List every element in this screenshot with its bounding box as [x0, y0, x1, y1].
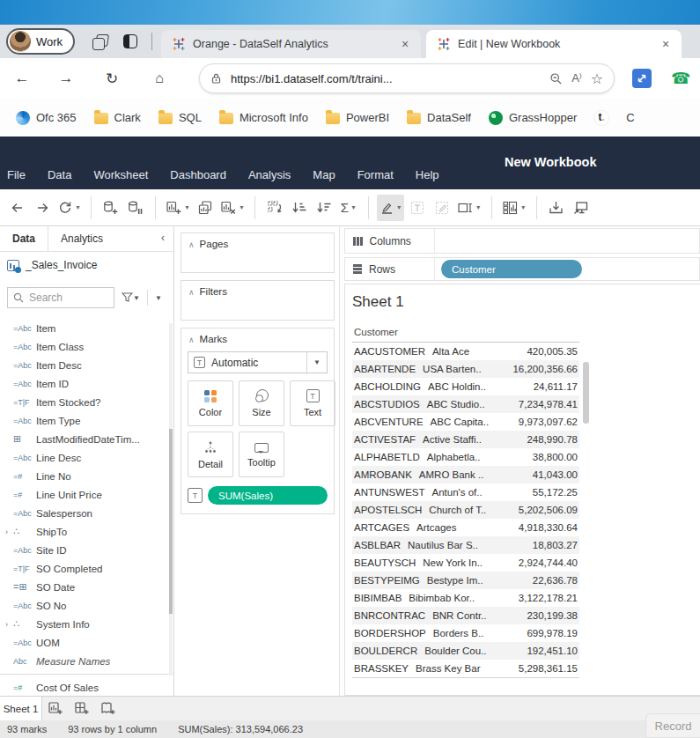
- phone-icon[interactable]: ☎: [671, 69, 690, 88]
- browser-profile-button[interactable]: Work: [6, 28, 75, 55]
- filter-fields-icon[interactable]: ▼: [122, 292, 140, 303]
- detail-button[interactable]: Detail: [188, 432, 233, 477]
- field-cost-of-sales[interactable]: =#Cost Of Sales: [0, 678, 173, 697]
- url-text[interactable]: https://bi1.dataself.com/t/traini...: [231, 72, 541, 85]
- datasource-item[interactable]: _Sales_Invoice: [0, 252, 173, 278]
- rows-shelf[interactable]: Rows Customer: [344, 257, 700, 281]
- tab-close-icon[interactable]: ×: [659, 37, 673, 51]
- table-row[interactable]: ALPHABETLDAlphabetla..38,800.00: [352, 448, 579, 466]
- pause-updates-button[interactable]: [124, 195, 147, 221]
- extension-icon[interactable]: [632, 69, 652, 88]
- table-row[interactable]: ANTUNSWESTAntun's of..55,172.25: [352, 483, 579, 501]
- menu-map[interactable]: Map: [313, 168, 335, 181]
- new-datasource-button[interactable]: [99, 195, 122, 221]
- tab-close-icon[interactable]: ×: [398, 37, 412, 51]
- new-story-icon[interactable]: [95, 697, 122, 720]
- clear-sheet-button[interactable]: ▼: [218, 195, 247, 221]
- undo-button[interactable]: [6, 195, 29, 221]
- totals-button[interactable]: Σ▼: [337, 195, 360, 221]
- field-line-desc[interactable]: =AbcLine Desc: [0, 448, 173, 467]
- table-row[interactable]: ABCHOLDINGABC Holdin..24,611.17: [352, 378, 579, 395]
- collapse-chevron-icon[interactable]: ∧: [188, 336, 195, 344]
- menu-dashboard[interactable]: Dashboard: [170, 168, 226, 181]
- bookmark-dataself[interactable]: DataSelf: [402, 107, 476, 128]
- sum-sales-pill[interactable]: SUM(Sales): [208, 486, 328, 505]
- menu-file[interactable]: File: [7, 168, 26, 181]
- table-row[interactable]: ABCSTUDIOSABC Studio..7,234,978.41: [352, 395, 579, 413]
- collapse-chevron-icon[interactable]: ∧: [188, 240, 195, 249]
- forward-icon[interactable]: →: [51, 70, 81, 87]
- field-line-unit-price[interactable]: =#Line Unit Price: [0, 485, 173, 504]
- field-so-completed[interactable]: =T|FSO Completed: [0, 559, 173, 578]
- table-row[interactable]: BESTYPEIMGBestype Im..22,636.78: [352, 572, 579, 589]
- expand-icon[interactable]: ›: [5, 528, 13, 536]
- bookmark-t-dot[interactable]: t: [589, 107, 614, 129]
- redo-button[interactable]: [31, 195, 54, 221]
- browser-tab-orange[interactable]: Orange - DataSelf Analytics ×: [161, 30, 421, 58]
- chevron-down-icon[interactable]: ▼: [520, 204, 527, 210]
- menu-format[interactable]: Format: [357, 168, 394, 181]
- bookmark-powerbi[interactable]: PowerBI: [321, 107, 394, 128]
- chevron-down-icon[interactable]: ▼: [75, 204, 81, 210]
- chevron-down-icon[interactable]: ▼: [350, 204, 357, 210]
- favorite-star-icon[interactable]: ☆: [591, 70, 603, 87]
- table-row[interactable]: BORDERSHOPBorders B..699,978.19: [352, 624, 579, 642]
- field-shipto[interactable]: ›∴ShipTo: [0, 522, 173, 541]
- field-so-no[interactable]: =AbcSO No: [0, 596, 173, 615]
- field-system-info[interactable]: ›∴System Info: [0, 615, 173, 633]
- color-button[interactable]: Color: [188, 380, 233, 426]
- table-row[interactable]: ARTCAGESArtcages4,918,330.64: [352, 519, 579, 536]
- filters-shelf[interactable]: ∧Filters: [181, 280, 335, 321]
- bookmark-microsoft-info[interactable]: Microsoft Info: [214, 107, 313, 128]
- tooltip-button[interactable]: Tooltip: [239, 432, 284, 477]
- table-row[interactable]: ACTIVESTAFActive Staffi..248,990.78: [352, 431, 579, 448]
- highlight-button[interactable]: ▼: [377, 195, 404, 221]
- table-row[interactable]: APOSTELSCHChurch of T..5,202,506.09: [352, 501, 579, 519]
- mark-type-dropdown[interactable]: T Automatic ▼: [188, 351, 328, 373]
- sort-descending-button[interactable]: [313, 195, 335, 221]
- size-button[interactable]: Size: [239, 380, 284, 426]
- menu-help[interactable]: Help: [416, 168, 439, 181]
- read-aloud-icon[interactable]: A): [571, 71, 581, 85]
- duplicate-sheet-button[interactable]: [194, 195, 217, 221]
- table-scrollbar[interactable]: [583, 362, 589, 424]
- field-lastmodifieddatetim-[interactable]: ⊞LastModifiedDateTim...: [0, 430, 173, 448]
- workspaces-icon[interactable]: [92, 34, 107, 49]
- bookmark-grasshopper[interactable]: GrassHopper: [483, 107, 582, 129]
- columns-shelf[interactable]: Columns: [344, 228, 700, 254]
- table-column-header[interactable]: Customer: [352, 324, 579, 343]
- chevron-down-icon[interactable]: ▼: [475, 204, 482, 210]
- tab-data[interactable]: Data: [0, 226, 48, 251]
- bookmark-sql[interactable]: SQL: [153, 107, 207, 128]
- field-line-no[interactable]: =#Line No: [0, 467, 173, 485]
- table-row[interactable]: BOULDERCRBoulder Cou..192,451.10: [352, 642, 579, 660]
- sheet-tab-sheet1[interactable]: Sheet 1: [0, 697, 42, 720]
- back-icon[interactable]: ←: [7, 70, 37, 87]
- field-item[interactable]: =AbcItem: [0, 319, 173, 337]
- data-pane-scrollbar[interactable]: [169, 323, 173, 675]
- chevron-down-icon[interactable]: ▼: [396, 204, 402, 210]
- address-bar[interactable]: https://bi1.dataself.com/t/traini... A) …: [199, 63, 615, 93]
- customer-pill[interactable]: Customer: [441, 260, 582, 278]
- record-overlay[interactable]: Record: [645, 713, 700, 738]
- menu-analysis[interactable]: Analysis: [248, 168, 291, 181]
- refresh-icon[interactable]: ↻: [97, 70, 127, 88]
- field-so-date[interactable]: =⊞SO Date: [0, 578, 173, 596]
- menu-worksheet[interactable]: Worksheet: [93, 168, 148, 181]
- tab-analytics[interactable]: Analytics: [48, 226, 115, 251]
- chevron-down-icon[interactable]: ▼: [306, 352, 327, 373]
- menu-data[interactable]: Data: [48, 168, 71, 181]
- table-row[interactable]: BRASSKEYBrass Key Bar5,298,361.15: [352, 660, 579, 677]
- table-row[interactable]: BEAUTYSCHNew York In..2,924,744.40: [352, 554, 579, 572]
- bookmark-c[interactable]: C: [621, 107, 639, 128]
- new-worksheet-button[interactable]: ▼: [164, 195, 192, 221]
- view-options-icon[interactable]: ▼: [155, 294, 162, 302]
- expand-icon[interactable]: ›: [5, 620, 13, 629]
- browser-tab-edit-workbook[interactable]: Edit | New Workbook ×: [426, 30, 682, 58]
- new-dashboard-icon[interactable]: [69, 697, 95, 720]
- new-worksheet-tab-icon[interactable]: [42, 697, 69, 720]
- table-row[interactable]: AACUSTOMERAlta Ace420,005.35: [352, 343, 579, 360]
- download-button[interactable]: [545, 195, 568, 221]
- replay-button[interactable]: ▼: [55, 195, 83, 221]
- lock-icon[interactable]: [210, 72, 222, 85]
